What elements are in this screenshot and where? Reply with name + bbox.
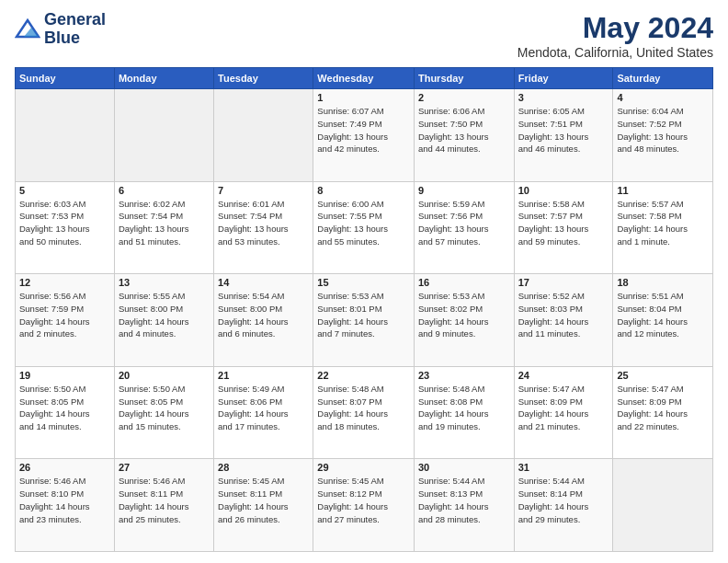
day-info: Sunrise: 5:50 AM Sunset: 8:05 PM Dayligh… bbox=[19, 383, 110, 433]
day-number: 6 bbox=[119, 185, 210, 196]
day-info: Sunrise: 5:52 AM Sunset: 8:03 PM Dayligh… bbox=[518, 290, 609, 340]
day-number: 17 bbox=[518, 277, 609, 288]
day-number: 29 bbox=[317, 462, 410, 473]
day-number: 18 bbox=[617, 277, 709, 288]
calendar-cell bbox=[114, 89, 213, 182]
day-number: 23 bbox=[418, 370, 510, 381]
day-info: Sunrise: 5:56 AM Sunset: 7:59 PM Dayligh… bbox=[19, 290, 110, 340]
day-info: Sunrise: 5:45 AM Sunset: 8:12 PM Dayligh… bbox=[317, 475, 410, 525]
calendar-cell: 15Sunrise: 5:53 AM Sunset: 8:01 PM Dayli… bbox=[313, 274, 415, 367]
calendar-cell: 31Sunrise: 5:44 AM Sunset: 8:14 PM Dayli… bbox=[514, 459, 613, 552]
calendar-cell bbox=[16, 89, 115, 182]
day-number: 3 bbox=[518, 92, 609, 103]
day-number: 4 bbox=[617, 92, 709, 103]
calendar-week-1: 1Sunrise: 6:07 AM Sunset: 7:49 PM Daylig… bbox=[16, 89, 713, 182]
day-number: 14 bbox=[218, 277, 309, 288]
day-number: 10 bbox=[518, 185, 609, 196]
calendar-week-4: 19Sunrise: 5:50 AM Sunset: 8:05 PM Dayli… bbox=[16, 366, 713, 459]
header-thursday: Thursday bbox=[414, 68, 514, 89]
day-info: Sunrise: 5:53 AM Sunset: 8:02 PM Dayligh… bbox=[418, 290, 510, 340]
day-number: 21 bbox=[218, 370, 309, 381]
calendar-cell: 3Sunrise: 6:05 AM Sunset: 7:51 PM Daylig… bbox=[514, 89, 613, 182]
day-info: Sunrise: 6:07 AM Sunset: 7:49 PM Dayligh… bbox=[317, 105, 410, 155]
day-info: Sunrise: 6:02 AM Sunset: 7:54 PM Dayligh… bbox=[119, 198, 210, 248]
day-info: Sunrise: 5:57 AM Sunset: 7:58 PM Dayligh… bbox=[617, 198, 709, 248]
day-number: 8 bbox=[317, 185, 410, 196]
calendar-week-2: 5Sunrise: 6:03 AM Sunset: 7:53 PM Daylig… bbox=[16, 181, 713, 274]
calendar-cell: 13Sunrise: 5:55 AM Sunset: 8:00 PM Dayli… bbox=[114, 274, 213, 367]
day-info: Sunrise: 6:03 AM Sunset: 7:53 PM Dayligh… bbox=[19, 198, 110, 248]
calendar-cell: 21Sunrise: 5:49 AM Sunset: 8:06 PM Dayli… bbox=[214, 366, 313, 459]
day-info: Sunrise: 5:54 AM Sunset: 8:00 PM Dayligh… bbox=[218, 290, 309, 340]
day-number: 15 bbox=[317, 277, 410, 288]
logo-text-line2: Blue bbox=[44, 29, 106, 48]
calendar-cell: 22Sunrise: 5:48 AM Sunset: 8:07 PM Dayli… bbox=[313, 366, 415, 459]
calendar-cell: 27Sunrise: 5:46 AM Sunset: 8:11 PM Dayli… bbox=[114, 459, 213, 552]
header-friday: Friday bbox=[514, 68, 613, 89]
day-info: Sunrise: 6:00 AM Sunset: 7:55 PM Dayligh… bbox=[317, 198, 410, 248]
calendar-cell: 1Sunrise: 6:07 AM Sunset: 7:49 PM Daylig… bbox=[313, 89, 415, 182]
day-number: 5 bbox=[19, 185, 110, 196]
header-wednesday: Wednesday bbox=[313, 68, 415, 89]
day-info: Sunrise: 5:47 AM Sunset: 8:09 PM Dayligh… bbox=[617, 383, 709, 433]
calendar-cell: 17Sunrise: 5:52 AM Sunset: 8:03 PM Dayli… bbox=[514, 274, 613, 367]
calendar-cell: 12Sunrise: 5:56 AM Sunset: 7:59 PM Dayli… bbox=[16, 274, 115, 367]
calendar-cell: 18Sunrise: 5:51 AM Sunset: 8:04 PM Dayli… bbox=[613, 274, 713, 367]
calendar-cell: 28Sunrise: 5:45 AM Sunset: 8:11 PM Dayli… bbox=[214, 459, 313, 552]
header-saturday: Saturday bbox=[613, 68, 713, 89]
day-info: Sunrise: 5:45 AM Sunset: 8:11 PM Dayligh… bbox=[218, 475, 309, 525]
day-number: 13 bbox=[119, 277, 210, 288]
header-monday: Monday bbox=[114, 68, 213, 89]
calendar-cell bbox=[613, 459, 713, 552]
page: General Blue May 2024 Mendota, Californi… bbox=[0, 0, 728, 563]
calendar-cell: 24Sunrise: 5:47 AM Sunset: 8:09 PM Dayli… bbox=[514, 366, 613, 459]
calendar-cell: 2Sunrise: 6:06 AM Sunset: 7:50 PM Daylig… bbox=[414, 89, 514, 182]
day-info: Sunrise: 5:55 AM Sunset: 8:00 PM Dayligh… bbox=[119, 290, 210, 340]
calendar-cell: 16Sunrise: 5:53 AM Sunset: 8:02 PM Dayli… bbox=[414, 274, 514, 367]
day-info: Sunrise: 5:48 AM Sunset: 8:08 PM Dayligh… bbox=[418, 383, 510, 433]
day-number: 19 bbox=[19, 370, 110, 381]
day-number: 26 bbox=[19, 462, 110, 473]
day-number: 28 bbox=[218, 462, 309, 473]
day-info: Sunrise: 6:06 AM Sunset: 7:50 PM Dayligh… bbox=[418, 105, 510, 155]
day-number: 7 bbox=[218, 185, 309, 196]
day-info: Sunrise: 5:53 AM Sunset: 8:01 PM Dayligh… bbox=[317, 290, 410, 340]
day-number: 11 bbox=[617, 185, 709, 196]
title-block: May 2024 Mendota, California, United Sta… bbox=[518, 11, 713, 60]
day-info: Sunrise: 6:04 AM Sunset: 7:52 PM Dayligh… bbox=[617, 105, 709, 155]
day-info: Sunrise: 5:51 AM Sunset: 8:04 PM Dayligh… bbox=[617, 290, 709, 340]
day-number: 30 bbox=[418, 462, 510, 473]
day-info: Sunrise: 5:58 AM Sunset: 7:57 PM Dayligh… bbox=[518, 198, 609, 248]
calendar-week-3: 12Sunrise: 5:56 AM Sunset: 7:59 PM Dayli… bbox=[16, 274, 713, 367]
day-info: Sunrise: 5:49 AM Sunset: 8:06 PM Dayligh… bbox=[218, 383, 309, 433]
header-sunday: Sunday bbox=[16, 68, 115, 89]
calendar-table: Sunday Monday Tuesday Wednesday Thursday… bbox=[15, 67, 713, 552]
day-info: Sunrise: 5:50 AM Sunset: 8:05 PM Dayligh… bbox=[119, 383, 210, 433]
day-info: Sunrise: 5:46 AM Sunset: 8:10 PM Dayligh… bbox=[19, 475, 110, 525]
header-tuesday: Tuesday bbox=[214, 68, 313, 89]
calendar-header-row: Sunday Monday Tuesday Wednesday Thursday… bbox=[16, 68, 713, 89]
calendar-week-5: 26Sunrise: 5:46 AM Sunset: 8:10 PM Dayli… bbox=[16, 459, 713, 552]
calendar-cell: 4Sunrise: 6:04 AM Sunset: 7:52 PM Daylig… bbox=[613, 89, 713, 182]
day-info: Sunrise: 6:01 AM Sunset: 7:54 PM Dayligh… bbox=[218, 198, 309, 248]
day-info: Sunrise: 5:48 AM Sunset: 8:07 PM Dayligh… bbox=[317, 383, 410, 433]
calendar-cell: 9Sunrise: 5:59 AM Sunset: 7:56 PM Daylig… bbox=[414, 181, 514, 274]
day-info: Sunrise: 5:44 AM Sunset: 8:13 PM Dayligh… bbox=[418, 475, 510, 525]
calendar-cell: 29Sunrise: 5:45 AM Sunset: 8:12 PM Dayli… bbox=[313, 459, 415, 552]
logo-text-line1: General bbox=[44, 11, 106, 29]
calendar-cell: 10Sunrise: 5:58 AM Sunset: 7:57 PM Dayli… bbox=[514, 181, 613, 274]
day-number: 20 bbox=[119, 370, 210, 381]
calendar-cell: 14Sunrise: 5:54 AM Sunset: 8:00 PM Dayli… bbox=[214, 274, 313, 367]
day-number: 25 bbox=[617, 370, 709, 381]
calendar-cell: 19Sunrise: 5:50 AM Sunset: 8:05 PM Dayli… bbox=[16, 366, 115, 459]
calendar-cell: 25Sunrise: 5:47 AM Sunset: 8:09 PM Dayli… bbox=[613, 366, 713, 459]
month-title: May 2024 bbox=[518, 11, 713, 45]
day-info: Sunrise: 6:05 AM Sunset: 7:51 PM Dayligh… bbox=[518, 105, 609, 155]
calendar-cell: 26Sunrise: 5:46 AM Sunset: 8:10 PM Dayli… bbox=[16, 459, 115, 552]
day-number: 22 bbox=[317, 370, 410, 381]
day-number: 9 bbox=[418, 185, 510, 196]
calendar-cell: 23Sunrise: 5:48 AM Sunset: 8:08 PM Dayli… bbox=[414, 366, 514, 459]
calendar-cell: 5Sunrise: 6:03 AM Sunset: 7:53 PM Daylig… bbox=[16, 181, 115, 274]
day-info: Sunrise: 5:46 AM Sunset: 8:11 PM Dayligh… bbox=[119, 475, 210, 525]
day-number: 24 bbox=[518, 370, 609, 381]
